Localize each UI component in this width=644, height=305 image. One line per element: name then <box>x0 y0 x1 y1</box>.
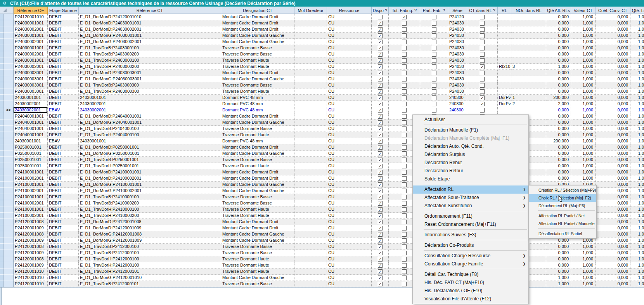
row-selector[interactable] <box>3 95 14 101</box>
cell-ref_ct[interactable]: E_D1_TravDorB:P2412000100 <box>79 250 221 256</box>
cell-designation[interactable]: Dormant PVC 48 mm <box>221 138 294 144</box>
row-selector[interactable] <box>3 39 14 45</box>
cell-qte_li[interactable]: 1,0 <box>630 237 644 244</box>
cell-qte_aff[interactable]: 0,000 <box>546 151 571 157</box>
cell-coef[interactable]: 0,000 <box>596 144 630 151</box>
cell-qte_li[interactable]: 1,0 <box>630 39 644 45</box>
tot_fab-checkbox[interactable] <box>402 276 407 280</box>
cell-ressource[interactable]: CU <box>327 169 372 175</box>
cell-coef[interactable]: 0,000 <box>596 163 630 169</box>
part_fab-checkbox[interactable] <box>432 83 436 88</box>
cell-coef[interactable]: 0,000 <box>596 200 630 206</box>
cell-qte_aff[interactable]: 0,000 <box>546 70 571 76</box>
cell-etape[interactable]: DEBIT <box>48 231 79 237</box>
cell-coef[interactable]: 0,000 <box>596 76 630 82</box>
cell-coef[interactable]: 0,000 <box>596 231 630 237</box>
cell-rl[interactable] <box>498 51 511 57</box>
cell-qte_li[interactable]: 1,0 <box>630 26 644 33</box>
ct_rl-checkbox[interactable] <box>480 46 485 50</box>
menu-item-detail-car-technique-f8[interactable]: Détail Car. Technique (F8) <box>413 270 528 279</box>
cell-dispo[interactable]: ✓ <box>372 231 389 237</box>
cell-ressource[interactable]: CU <box>327 182 372 188</box>
cell-nor[interactable] <box>511 45 546 51</box>
cell-ref_of[interactable]: P24030001001 <box>14 20 48 26</box>
cell-coef[interactable]: 0,000 <box>596 14 630 20</box>
cell-qte_li[interactable]: 1,0 <box>630 250 644 256</box>
cell-mot[interactable] <box>294 169 327 175</box>
cell-ressource[interactable]: CU <box>327 33 372 39</box>
cell-rl[interactable] <box>498 45 511 51</box>
cell-ref_ct[interactable]: E_D1_DorMonD:P24040001001 <box>79 113 221 120</box>
dispo-checkbox-checked[interactable]: ✓ <box>378 195 383 199</box>
cell-ct_rl[interactable] <box>467 20 498 26</box>
cell-qte_li[interactable]: 1,0 <box>630 231 644 237</box>
cell-ref_ct[interactable]: E_D1_TravDorH:P2404000100 <box>79 132 221 138</box>
cell-mot[interactable] <box>294 20 327 26</box>
tot_fab-checkbox[interactable] <box>402 220 407 224</box>
cell-qte_aff[interactable]: 0,000 <box>546 157 571 163</box>
cell-mot[interactable] <box>294 57 327 64</box>
tot_fab-checkbox[interactable] <box>402 269 407 274</box>
cell-ref_of[interactable]: P24100002001 <box>14 213 48 219</box>
cell-ressource[interactable]: CU <box>327 64 372 70</box>
menu-item-declaration-auto-qte-cond[interactable]: Déclaration Auto. Qté. Cond. <box>413 142 528 151</box>
cell-mot[interactable] <box>294 262 327 269</box>
cell-valeur[interactable]: 1,000 <box>571 157 596 163</box>
cell-rl[interactable] <box>498 14 511 20</box>
dispo-checkbox-checked[interactable]: ✓ <box>378 21 383 26</box>
row-selector[interactable] <box>3 51 14 57</box>
cell-designation[interactable]: Montant Cadre Dormant Droit <box>221 70 294 76</box>
cell-ressource[interactable]: CU <box>327 70 372 76</box>
menu-item-declaration-surplus[interactable]: Déclaration Surplus <box>413 151 528 159</box>
cell-nor[interactable]: 2 <box>511 101 546 107</box>
tot_fab-checkbox[interactable] <box>402 176 407 181</box>
cell-qte_aff[interactable]: 0,000 <box>546 45 571 51</box>
cell-valeur[interactable]: 1,000 <box>571 76 596 82</box>
part_fab-checkbox[interactable] <box>432 102 436 106</box>
cell-ref_of[interactable]: 24030002001 <box>14 107 48 113</box>
dispo-checkbox-checked[interactable]: ✓ <box>378 83 383 88</box>
cell-mot[interactable] <box>294 120 327 126</box>
cell-ref_ct[interactable]: E_D1_DorMonG:P24100002001 <box>79 188 221 194</box>
cell-valeur[interactable]: 1,000 <box>571 262 596 269</box>
row-selector[interactable] <box>3 144 14 151</box>
cell-tot_fab[interactable] <box>389 33 420 39</box>
ct_rl-checkbox[interactable] <box>480 77 485 81</box>
cell-mot[interactable] <box>294 188 327 194</box>
menu-item-consultation-charge-famille[interactable]: Consultation Charge Famille❯ <box>413 260 528 268</box>
cell-designation[interactable]: Traverse Dormant Haute <box>221 269 294 275</box>
cell-rl[interactable] <box>498 39 511 45</box>
cell-part_fab[interactable] <box>420 95 448 101</box>
cell-ref_of[interactable]: P24120001010 <box>14 275 48 281</box>
cell-qte_aff[interactable]: 0,000 <box>546 144 571 151</box>
cell-coef[interactable]: 0,000 <box>596 262 630 269</box>
cell-valeur[interactable]: 1,000 <box>571 82 596 88</box>
cell-designation[interactable]: Traverse Dormant Haute <box>221 132 294 138</box>
cell-designation[interactable]: Montant Cadre Dormant Droit <box>221 144 294 151</box>
cell-ct_rl[interactable] <box>467 39 498 45</box>
cell-ref_of[interactable]: P24030003001 <box>14 88 48 95</box>
tot_fab-checkbox[interactable] <box>402 89 407 94</box>
cell-ref_ct[interactable]: E_D1_DorMonG:P24100001001 <box>79 182 221 188</box>
cell-tot_fab[interactable] <box>389 64 420 70</box>
cell-ref_of[interactable]: P24030003001 <box>14 70 48 76</box>
cell-serie[interactable]: P24030 <box>448 88 467 95</box>
menu-item-declaration-manuelle-f1[interactable]: Déclaration Manuelle (F1) <box>413 126 528 134</box>
dispo-checkbox-checked[interactable]: ✓ <box>378 176 383 181</box>
cell-valeur[interactable]: 1,000 <box>571 70 596 76</box>
dispo-checkbox-checked[interactable]: ✓ <box>378 201 383 206</box>
cell-designation[interactable]: Montant Cadre Dormant Gauche <box>221 231 294 237</box>
cell-ressource[interactable]: CU <box>327 144 372 151</box>
cell-coef[interactable]: 0,000 <box>596 250 630 256</box>
cell-ref_of[interactable]: P24030001001 <box>14 57 48 64</box>
cell-ref_ct[interactable]: E_D1_TravDorB:P2412000101 <box>79 281 221 287</box>
cell-qte_aff[interactable]: 0,000 <box>546 120 571 126</box>
cell-qte_li[interactable]: 1,0 <box>630 182 644 188</box>
column-header-tot_fab[interactable]: Tot. Fabriq. ? <box>389 7 420 14</box>
cell-ref_ct[interactable]: E_D1_DorMonD:P24100002001 <box>79 175 221 182</box>
cell-designation[interactable]: Montant Cadre Dormant Gauche <box>221 120 294 126</box>
cell-mot[interactable] <box>294 138 327 144</box>
cell-coef[interactable]: 0,000 <box>596 175 630 182</box>
cell-ref_ct[interactable]: E_D1_DorMonG:P24120001008 <box>79 231 221 237</box>
cell-ref_of[interactable]: 24030002001 <box>14 101 48 107</box>
